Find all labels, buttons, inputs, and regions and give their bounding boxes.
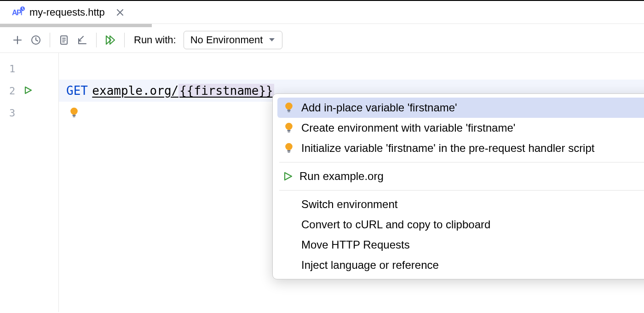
close-icon[interactable] bbox=[116, 8, 124, 17]
svg-rect-11 bbox=[288, 111, 290, 112]
svg-rect-17 bbox=[288, 132, 290, 133]
http-url-variable: {{firstname}} bbox=[178, 84, 274, 98]
import-button[interactable] bbox=[73, 31, 92, 49]
svg-text:I: I bbox=[21, 10, 22, 17]
http-url-prefix: example.org/ bbox=[92, 84, 178, 98]
svg-point-9 bbox=[285, 103, 293, 110]
svg-rect-8 bbox=[73, 116, 75, 117]
bulb-icon bbox=[283, 142, 295, 154]
tab-my-requests[interactable]: A P I my-requests.http bbox=[5, 1, 132, 23]
popup-item-label: Convert to cURL and copy to clipboard bbox=[301, 218, 490, 231]
tab-bar: A P I my-requests.http bbox=[0, 1, 644, 24]
intention-add-inplace-variable[interactable]: Add in-place variable 'firstname' bbox=[277, 98, 644, 118]
run-all-button[interactable] bbox=[101, 31, 120, 49]
code-area[interactable]: GET example.org/{{firstname}} Add in-pla… bbox=[59, 53, 644, 312]
line-number: 3 bbox=[9, 107, 15, 119]
gutter-run-icon[interactable] bbox=[23, 86, 33, 96]
environment-selected: No Environment bbox=[190, 34, 263, 46]
intention-inject-language[interactable]: Inject language or reference bbox=[277, 255, 644, 275]
popup-item-label: Add in-place variable 'firstname' bbox=[301, 101, 457, 114]
run-with-label: Run with: bbox=[134, 34, 176, 46]
toolbar-separator bbox=[124, 33, 125, 47]
svg-rect-10 bbox=[288, 110, 291, 111]
popup-item-label: Initialize variable 'firstname' in the p… bbox=[301, 142, 594, 155]
line-number: 1 bbox=[9, 63, 15, 75]
intention-move-requests[interactable]: Move HTTP Requests bbox=[277, 235, 644, 255]
run-icon bbox=[283, 171, 293, 181]
popup-separator bbox=[279, 190, 644, 191]
svg-rect-19 bbox=[288, 150, 291, 151]
editor: 1 2 3 GET example.org/{{firstname}} bbox=[0, 53, 644, 312]
popup-item-label: Run example.org bbox=[299, 170, 384, 183]
popup-separator bbox=[279, 162, 644, 162]
svg-rect-16 bbox=[288, 130, 291, 131]
svg-rect-7 bbox=[73, 115, 76, 116]
tab-title: my-requests.http bbox=[29, 6, 105, 18]
line-number: 2 bbox=[9, 85, 15, 97]
intention-switch-environment[interactable]: Switch environment bbox=[277, 194, 644, 214]
toolbar-separator bbox=[50, 33, 50, 47]
svg-point-18 bbox=[285, 143, 293, 151]
svg-point-6 bbox=[70, 108, 78, 115]
toolbar-separator bbox=[96, 33, 97, 47]
bulb-icon bbox=[283, 102, 295, 114]
horizontal-scroll-marker[interactable] bbox=[0, 24, 152, 27]
history-button[interactable] bbox=[27, 31, 45, 49]
api-file-icon: A P I bbox=[12, 6, 25, 19]
intention-init-pre-request[interactable]: Initialize variable 'firstname' in the p… bbox=[277, 138, 644, 158]
popup-item-label: Create environment with variable 'firstn… bbox=[301, 122, 515, 134]
add-request-button[interactable] bbox=[8, 31, 27, 49]
svg-point-15 bbox=[285, 123, 293, 130]
intention-run-url[interactable]: Run example.org bbox=[277, 166, 644, 186]
bulb-icon bbox=[283, 122, 295, 134]
intention-create-environment[interactable]: Create environment with variable 'firstn… bbox=[277, 118, 644, 138]
intention-bulb-icon[interactable] bbox=[68, 107, 80, 119]
popup-item-label: Inject language or reference bbox=[301, 259, 439, 272]
svg-rect-20 bbox=[288, 152, 290, 153]
environment-dropdown[interactable]: No Environment bbox=[184, 31, 283, 49]
http-method: GET bbox=[66, 84, 88, 98]
popup-item-label: Switch environment bbox=[301, 198, 397, 211]
chevron-down-icon bbox=[268, 34, 276, 46]
examples-button[interactable] bbox=[55, 31, 73, 49]
popup-item-label: Move HTTP Requests bbox=[301, 238, 410, 251]
intention-convert-curl[interactable]: Convert to cURL and copy to clipboard bbox=[277, 214, 644, 235]
intention-popup: Add in-place variable 'firstname' Create… bbox=[272, 93, 644, 279]
editor-toolbar: Run with: No Environment bbox=[0, 27, 644, 53]
gutter: 1 2 3 bbox=[0, 53, 59, 312]
